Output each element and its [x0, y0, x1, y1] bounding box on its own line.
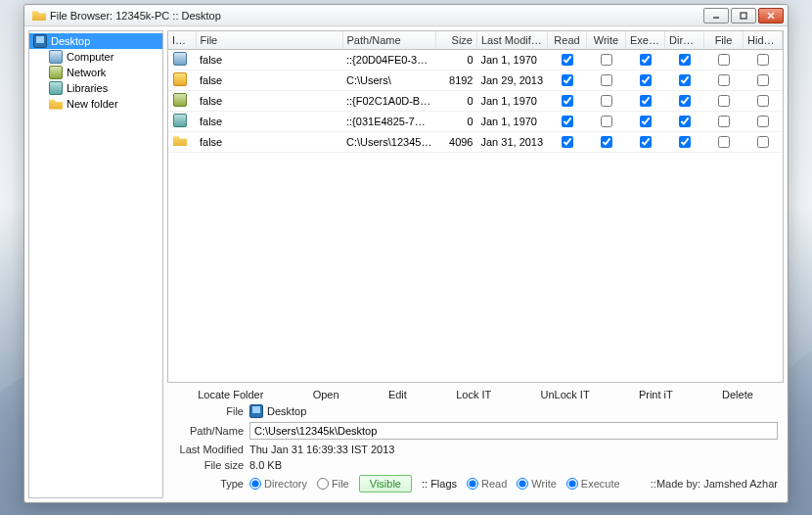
- checkbox[interactable]: [757, 95, 769, 107]
- col-size[interactable]: Size: [436, 31, 477, 49]
- checkbox[interactable]: [562, 116, 573, 127]
- path-label: Path/Name: [173, 425, 244, 437]
- svg-rect-1: [741, 13, 746, 19]
- checkbox[interactable]: [757, 54, 769, 66]
- col-fileflag[interactable]: File: [704, 31, 744, 49]
- checkbox[interactable]: [640, 74, 652, 86]
- minimize-button[interactable]: [703, 8, 729, 23]
- checkbox[interactable]: [757, 116, 769, 127]
- checkbox[interactable]: [601, 54, 612, 66]
- checkbox[interactable]: [757, 74, 769, 86]
- table-row[interactable]: false ::{20D04FE0-3AEA-1069-A2D8-08002B3…: [168, 49, 783, 70]
- tree-label: Computer: [67, 51, 113, 63]
- file-path: ::{F02C1A0D-BE21-4350-88B0-7367FC96EF...: [342, 90, 436, 111]
- tree-label: Network: [67, 67, 106, 78]
- print-link[interactable]: Print iT: [639, 389, 673, 400]
- checkbox[interactable]: [562, 136, 573, 148]
- monitor-icon: [249, 404, 263, 418]
- checkbox[interactable]: [562, 74, 573, 86]
- col-modified[interactable]: Last Modified: [477, 31, 548, 49]
- locate-folder-link[interactable]: Locate Folder: [198, 389, 263, 400]
- computer-icon: [173, 52, 187, 66]
- checkbox[interactable]: [640, 95, 652, 107]
- checkbox[interactable]: [718, 95, 730, 107]
- visible-button[interactable]: Visible: [359, 475, 412, 492]
- edit-link[interactable]: Edit: [388, 389, 407, 400]
- col-path[interactable]: Path/Name: [342, 31, 436, 49]
- checkbox[interactable]: [640, 54, 652, 66]
- file-radio[interactable]: File: [317, 478, 349, 490]
- col-icon[interactable]: Icon: [168, 31, 196, 49]
- tree-item[interactable]: Libraries: [29, 80, 162, 96]
- checkbox[interactable]: [718, 116, 730, 127]
- file-value: Desktop: [267, 405, 306, 417]
- checkbox[interactable]: [679, 136, 691, 148]
- col-file[interactable]: File: [196, 31, 342, 49]
- file-size: 0: [436, 49, 477, 70]
- checkbox[interactable]: [601, 74, 612, 86]
- checkbox[interactable]: [757, 136, 769, 148]
- lock-link[interactable]: Lock IT: [456, 389, 491, 400]
- write-radio[interactable]: Write: [517, 478, 556, 490]
- file-path: ::{20D04FE0-3AEA-1069-A2D8-08002B3030...: [342, 49, 436, 70]
- checkbox[interactable]: [679, 116, 691, 127]
- table-row[interactable]: false ::{031E4825-7B94-4DC3-B131-E946B44…: [168, 111, 783, 131]
- made-by-label: ::Made by: Jamshed Azhar: [651, 478, 778, 490]
- col-read[interactable]: Read: [548, 31, 587, 49]
- tree-item[interactable]: New folder: [29, 96, 162, 112]
- file-table[interactable]: Icon File Path/Name Size Last Modified R…: [167, 30, 784, 383]
- file-modified: Jan 1, 1970: [477, 49, 548, 70]
- col-write[interactable]: Write: [587, 31, 626, 49]
- file-name: false: [196, 111, 342, 131]
- checkbox[interactable]: [640, 136, 652, 148]
- folder-tree[interactable]: Desktop ComputerNetworkLibrariesNew fold…: [28, 30, 163, 498]
- checkbox[interactable]: [718, 74, 730, 86]
- execute-radio[interactable]: Execute: [566, 478, 620, 490]
- monitor-icon: [33, 34, 47, 48]
- open-link[interactable]: Open: [313, 389, 339, 400]
- col-hidden[interactable]: Hidden: [744, 31, 783, 49]
- file-label: File: [173, 405, 244, 417]
- directory-radio[interactable]: Directory: [249, 478, 307, 490]
- maximize-button[interactable]: [731, 8, 756, 23]
- file-path: C:\Users\: [342, 70, 436, 90]
- file-size: 4096: [436, 131, 477, 152]
- checkbox[interactable]: [718, 54, 730, 66]
- read-radio[interactable]: Read: [467, 478, 507, 490]
- checkbox[interactable]: [601, 116, 612, 127]
- path-input[interactable]: [249, 422, 778, 440]
- col-directory[interactable]: Directory: [665, 31, 704, 49]
- file-size: 0: [436, 111, 477, 131]
- delete-link[interactable]: Delete: [722, 389, 753, 400]
- folder-icon: [173, 134, 187, 148]
- checkbox[interactable]: [718, 136, 730, 148]
- user-icon: [173, 72, 187, 86]
- table-row[interactable]: false ::{F02C1A0D-BE21-4350-88B0-7367FC9…: [168, 90, 783, 111]
- tree-item[interactable]: Network: [29, 65, 162, 80]
- checkbox[interactable]: [679, 54, 691, 66]
- file-modified: Jan 1, 1970: [477, 111, 548, 131]
- tree-root-desktop[interactable]: Desktop: [29, 33, 162, 49]
- window-title: File Browser: 12345k-PC :: Desktop: [50, 10, 701, 22]
- folder-icon: [49, 97, 63, 111]
- titlebar[interactable]: File Browser: 12345k-PC :: Desktop: [24, 5, 788, 26]
- network-icon: [173, 93, 187, 107]
- table-row[interactable]: false C:\Users\ 8192 Jan 29, 2013: [168, 70, 783, 90]
- checkbox[interactable]: [679, 95, 691, 107]
- checkbox[interactable]: [562, 54, 573, 66]
- checkbox[interactable]: [601, 136, 612, 148]
- type-label: Type: [173, 478, 244, 490]
- tree-item[interactable]: Computer: [29, 49, 162, 65]
- size-label: File size: [173, 459, 244, 471]
- checkbox[interactable]: [679, 74, 691, 86]
- checkbox[interactable]: [640, 116, 652, 127]
- checkbox[interactable]: [562, 95, 573, 107]
- file-modified: Jan 31, 2013: [477, 131, 548, 152]
- table-row[interactable]: false C:\Users\12345k\Desktop\New folder…: [168, 131, 783, 152]
- file-path: ::{031E4825-7B94-4DC3-B131-E946B44C8D...: [342, 111, 436, 131]
- checkbox[interactable]: [601, 95, 612, 107]
- unlock-link[interactable]: UnLock IT: [541, 389, 590, 400]
- close-button[interactable]: [758, 8, 784, 23]
- lib-icon: [173, 114, 187, 127]
- col-execute[interactable]: Execute: [626, 31, 665, 49]
